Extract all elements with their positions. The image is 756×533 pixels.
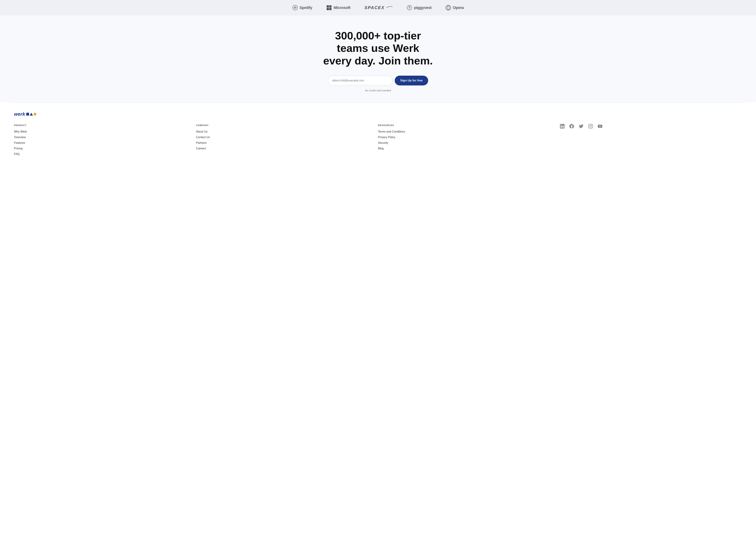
features-link[interactable]: Features bbox=[14, 141, 25, 144]
list-item: Partners bbox=[196, 141, 378, 145]
list-item: Terms and Conditions bbox=[378, 130, 560, 133]
instagram-icon[interactable] bbox=[588, 124, 593, 128]
footer-product-heading: PRODUCT bbox=[14, 124, 196, 126]
facebook-icon[interactable] bbox=[569, 124, 574, 128]
linkedin-icon[interactable] bbox=[560, 124, 564, 128]
partners-link[interactable]: Partners bbox=[196, 141, 206, 144]
footer-logo: werk bbox=[14, 111, 742, 117]
microsoft-label: Microsoft bbox=[334, 5, 350, 10]
contact-us-link[interactable]: Contact Us bbox=[196, 136, 210, 139]
logos-bar: Spotify Microsoft SPACEX piggyvest bbox=[0, 0, 756, 15]
piggyvest-logo: piggyvest bbox=[407, 5, 431, 11]
list-item: Security bbox=[378, 141, 560, 145]
svg-rect-2 bbox=[409, 7, 410, 8]
spacex-swoosh-icon bbox=[386, 6, 392, 10]
svg-point-4 bbox=[447, 6, 449, 10]
microsoft-logo: Microsoft bbox=[326, 5, 350, 11]
footer-product-col: PRODUCT Why Werk Overview Features Prici… bbox=[14, 124, 196, 156]
footer-columns: PRODUCT Why Werk Overview Features Prici… bbox=[14, 124, 742, 156]
footer-resources-list: Terms and Conditions Privacy Policy Secu… bbox=[378, 130, 560, 150]
twitter-icon[interactable] bbox=[579, 124, 583, 128]
piggyvest-icon bbox=[407, 5, 412, 11]
footer-logo-shapes bbox=[26, 113, 37, 116]
security-link[interactable]: Security bbox=[378, 141, 388, 144]
shape-square-icon bbox=[26, 113, 29, 116]
shape-circle-icon bbox=[34, 113, 37, 116]
spotify-logo: Spotify bbox=[292, 5, 312, 11]
why-werk-link[interactable]: Why Werk bbox=[14, 130, 27, 133]
pricing-link[interactable]: Pricing bbox=[14, 147, 23, 150]
footer-company-col: COMPANY About Us Contact Us Partners Car… bbox=[196, 124, 378, 156]
privacy-link[interactable]: Privacy Policy bbox=[378, 136, 395, 139]
list-item: FAQ bbox=[14, 153, 196, 156]
blog-link[interactable]: Blog bbox=[378, 147, 384, 150]
hero-heading: 300,000+ top-tier teams use Werk every d… bbox=[317, 29, 439, 67]
list-item: Privacy Policy bbox=[378, 136, 560, 139]
no-credit-text: No credit card needed bbox=[4, 89, 752, 92]
list-item: Careers bbox=[196, 147, 378, 150]
list-item: Contact Us bbox=[196, 136, 378, 139]
email-input[interactable] bbox=[328, 76, 392, 85]
piggyvest-label: piggyvest bbox=[414, 5, 431, 10]
shape-triangle-icon bbox=[30, 113, 33, 116]
microsoft-icon bbox=[326, 5, 332, 11]
list-item: Blog bbox=[378, 147, 560, 150]
signup-button[interactable]: Sign Up for free bbox=[395, 76, 428, 85]
footer-resources-col: RESOURCES Terms and Conditions Privacy P… bbox=[378, 124, 560, 156]
overview-link[interactable]: Overview bbox=[14, 136, 26, 139]
hero-heading-line3: every day. Join them. bbox=[323, 55, 433, 67]
opera-label: Opera bbox=[453, 5, 464, 10]
list-item: Overview bbox=[14, 136, 196, 139]
list-item: Why Werk bbox=[14, 130, 196, 133]
footer: werk PRODUCT Why Werk Overview Features … bbox=[0, 102, 756, 166]
opera-icon bbox=[446, 5, 451, 11]
hero-heading-line1: 300,000+ top-tier bbox=[335, 30, 421, 42]
spotify-icon bbox=[292, 5, 298, 11]
about-us-link[interactable]: About Us bbox=[196, 130, 207, 133]
footer-product-list: Why Werk Overview Features Pricing FAQ bbox=[14, 130, 196, 156]
terms-link[interactable]: Terms and Conditions bbox=[378, 130, 405, 133]
opera-logo: Opera bbox=[446, 5, 464, 11]
list-item: About Us bbox=[196, 130, 378, 133]
list-item: Pricing bbox=[14, 147, 196, 150]
spotify-label: Spotify bbox=[300, 5, 312, 10]
hero-heading-line2: teams use Werk bbox=[337, 42, 419, 54]
faq-link[interactable]: FAQ bbox=[14, 153, 20, 155]
footer-logo-text: werk bbox=[14, 111, 25, 117]
footer-resources-heading: RESOURCES bbox=[378, 124, 560, 126]
spacex-label: SPACEX bbox=[364, 5, 385, 10]
social-icons bbox=[560, 124, 602, 128]
list-item: Features bbox=[14, 141, 196, 145]
spacex-logo: SPACEX bbox=[364, 5, 392, 10]
hero-section: 300,000+ top-tier teams use Werk every d… bbox=[0, 15, 756, 102]
careers-link[interactable]: Careers bbox=[196, 147, 206, 150]
footer-company-heading: COMPANY bbox=[196, 124, 378, 126]
youtube-icon[interactable] bbox=[598, 124, 602, 128]
footer-social-col bbox=[560, 124, 742, 156]
footer-company-list: About Us Contact Us Partners Careers bbox=[196, 130, 378, 150]
signup-form: Sign Up for free bbox=[4, 76, 752, 85]
